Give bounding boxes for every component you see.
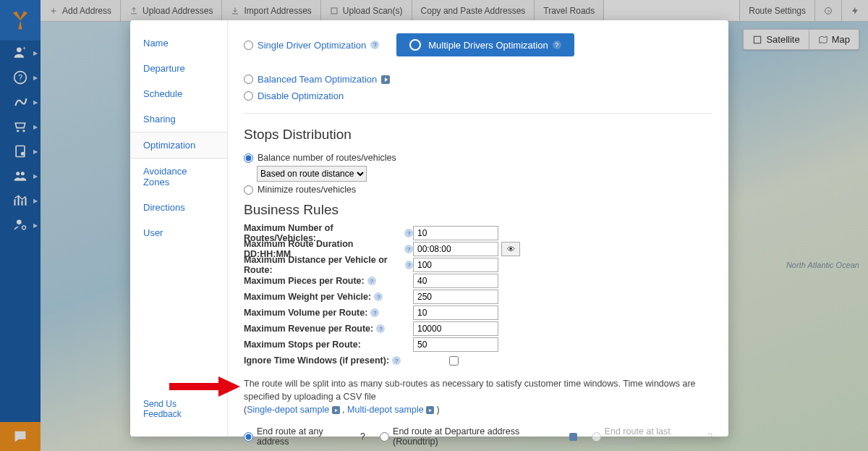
- info-icon: ?: [367, 277, 376, 285]
- nav-cart-icon[interactable]: ▶: [0, 114, 41, 139]
- nav-analytics-icon[interactable]: ▶: [0, 188, 41, 213]
- multi-depot-link[interactable]: Multi-depot sample: [347, 405, 434, 415]
- app-sidebar: +▶ ?▶ ▶ ▶ ▶ ▶ ▶ ▶: [0, 0, 41, 451]
- nav-route-icon[interactable]: ▶: [0, 90, 41, 114]
- tab-optimization[interactable]: Optimization: [130, 132, 227, 159]
- upload-scans-button[interactable]: Upload Scan(s): [321, 0, 412, 21]
- svg-point-7: [17, 130, 19, 132]
- svg-point-8: [22, 130, 25, 132]
- svg-rect-19: [754, 36, 761, 43]
- info-icon: ?: [404, 245, 413, 253]
- disable-optimization-option[interactable]: Disable Optimization: [244, 90, 344, 101]
- tab-schedule[interactable]: Schedule: [130, 81, 227, 106]
- max-volume-label: Maximum Volume per Route:?: [244, 308, 413, 318]
- max-stops-input[interactable]: [413, 337, 498, 352]
- svg-marker-0: [13, 12, 20, 21]
- max-stops-label: Maximum Stops per Route:: [244, 340, 413, 350]
- info-icon: ?: [376, 324, 385, 333]
- send-feedback-link[interactable]: Send Us Feedback: [130, 392, 227, 426]
- max-pieces-input[interactable]: [413, 274, 498, 288]
- route-settings-button[interactable]: Route Settings: [739, 0, 814, 21]
- svg-text:?: ?: [18, 73, 22, 82]
- svg-point-11: [16, 172, 20, 175]
- stops-distribution-heading: Stops Distribution: [244, 127, 712, 143]
- max-volume-input[interactable]: [413, 305, 498, 320]
- info-icon: ?: [370, 308, 379, 317]
- info-icon: ?: [360, 431, 365, 442]
- map-label: North Atlantic Ocean: [786, 261, 859, 269]
- play-icon: [332, 406, 340, 414]
- max-weight-label: Maximum Weight per Vehicle:?: [244, 292, 413, 302]
- balance-mode-select[interactable]: Based on route distance: [257, 166, 367, 182]
- tab-user[interactable]: User: [130, 220, 227, 245]
- info-icon: ?: [553, 41, 561, 49]
- svg-point-13: [17, 220, 22, 225]
- upload-addresses-button[interactable]: Upload Addresses: [121, 0, 222, 21]
- svg-marker-18: [852, 7, 858, 14]
- nav-addressbook-icon[interactable]: ▶: [0, 139, 41, 164]
- end-last-address-option[interactable]: End route at last address?: [592, 426, 712, 447]
- nav-add-user-icon[interactable]: +▶: [0, 41, 41, 65]
- max-distance-input[interactable]: [413, 258, 498, 272]
- tab-name[interactable]: Name: [130, 30, 227, 56]
- info-icon: ?: [392, 356, 401, 365]
- svg-point-14: [22, 226, 26, 229]
- nav-help-icon[interactable]: ?▶: [0, 65, 41, 90]
- max-revenue-label: Maximum Revenue per Route:?: [244, 324, 413, 334]
- import-addresses-button[interactable]: Import Addresses: [222, 0, 320, 21]
- single-depot-link[interactable]: Single-depot sample: [247, 405, 339, 415]
- top-toolbar: Add Address Upload Addresses Import Addr…: [41, 0, 868, 22]
- time-picker-icon[interactable]: 👁: [501, 242, 520, 256]
- tab-sharing[interactable]: Sharing: [130, 106, 227, 132]
- svg-text:+: +: [22, 46, 26, 52]
- max-weight-input[interactable]: [413, 290, 498, 304]
- multiple-drivers-option[interactable]: Multiple Drivers Optimization?: [396, 33, 574, 56]
- map-toggle[interactable]: Map: [809, 30, 859, 49]
- travel-roads-button[interactable]: Travel Roads: [535, 0, 604, 21]
- nav-chat-icon[interactable]: [0, 422, 41, 451]
- tab-avoidance-zones[interactable]: Avoidance Zones: [130, 159, 227, 195]
- single-driver-option[interactable]: Single Driver Optimization?: [244, 40, 379, 51]
- max-duration-input[interactable]: [413, 242, 498, 256]
- svg-marker-1: [20, 12, 27, 21]
- end-roundtrip-option[interactable]: End route at Departure address (Roundtri…: [380, 426, 577, 447]
- tab-departure[interactable]: Departure: [130, 56, 227, 81]
- svg-point-12: [21, 172, 25, 175]
- modal-body: Single Driver Optimization? Multiple Dri…: [228, 20, 728, 437]
- max-revenue-input[interactable]: [413, 321, 498, 336]
- end-any-address-option[interactable]: End route at any address?: [244, 426, 365, 447]
- max-routes-input[interactable]: [413, 226, 498, 240]
- business-rules-heading: Business Rules: [244, 202, 712, 218]
- tab-directions[interactable]: Directions: [130, 195, 227, 220]
- route-settings-modal: Name Departure Schedule Sharing Optimiza…: [130, 20, 728, 437]
- ignore-time-windows-checkbox[interactable]: [449, 356, 459, 366]
- play-icon: [426, 406, 434, 414]
- modal-sidebar: Name Departure Schedule Sharing Optimiza…: [130, 20, 228, 437]
- balance-routes-option[interactable]: Balance number of routes/vehicles: [244, 153, 396, 163]
- info-icon: ?: [374, 292, 383, 301]
- copy-paste-button[interactable]: Copy and Paste Addresses: [412, 0, 535, 21]
- info-icon: ?: [405, 261, 413, 269]
- play-icon: [569, 433, 577, 441]
- info-icon: ?: [707, 431, 712, 442]
- svg-point-3: [17, 48, 22, 53]
- svg-text:?: ?: [827, 9, 830, 13]
- bolt-icon[interactable]: [841, 0, 868, 21]
- nav-settings-user-icon[interactable]: ▶: [0, 213, 41, 237]
- info-icon: ?: [370, 41, 379, 49]
- nav-team-icon[interactable]: ▶: [0, 164, 41, 188]
- add-address-button[interactable]: Add Address: [41, 0, 121, 21]
- app-logo[interactable]: [0, 0, 41, 41]
- svg-marker-2: [19, 20, 22, 30]
- svg-rect-15: [331, 8, 337, 14]
- balanced-team-option[interactable]: Balanced Team Optimization: [244, 74, 390, 85]
- satellite-toggle[interactable]: Satellite: [744, 30, 809, 49]
- svg-point-10: [21, 152, 25, 156]
- minimize-routes-option[interactable]: Minimize routes/vehicles: [244, 185, 356, 195]
- ignore-time-windows-label: Ignore Time Windows (if present):?: [244, 355, 413, 366]
- help-icon[interactable]: ?: [814, 0, 841, 21]
- play-icon: [381, 75, 390, 84]
- time-windows-help: The route will be split into as many sub…: [244, 377, 712, 416]
- max-pieces-label: Maximum Pieces per Route:?: [244, 276, 413, 286]
- info-icon: ?: [404, 229, 413, 237]
